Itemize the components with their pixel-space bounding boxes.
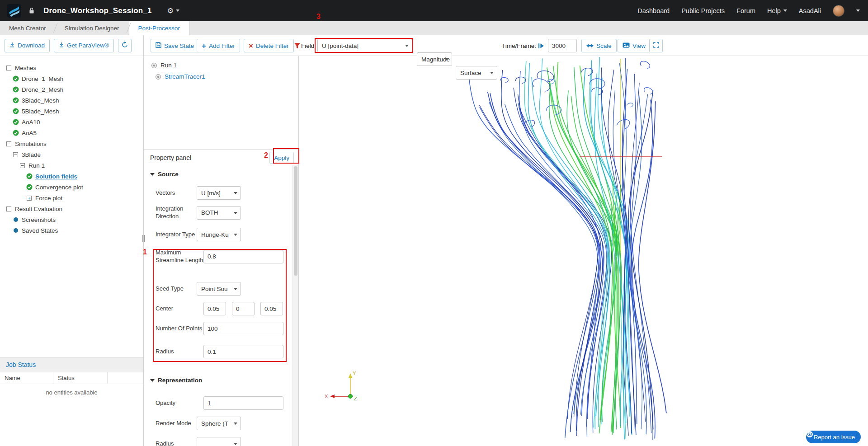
fit-corners-icon <box>653 42 659 49</box>
tree-item-label: Drone_1_Mesh <box>22 75 63 82</box>
clear-filters-icon[interactable] <box>294 39 301 52</box>
integration-direction-select[interactable]: BOTH <box>197 206 241 220</box>
expand-icon[interactable] <box>26 195 33 202</box>
tree-item-solution-fields[interactable]: Solution fields <box>0 171 143 182</box>
view-button[interactable]: View <box>618 39 651 52</box>
center-x-input[interactable] <box>203 302 226 315</box>
tree-item-saved-states[interactable]: Saved States <box>0 225 143 236</box>
tree-item-drone-2-mesh[interactable]: Drone_2_Mesh <box>0 84 143 95</box>
app-logo-icon[interactable] <box>7 4 21 18</box>
streamlines-render[interactable]: XYZ <box>299 56 868 446</box>
svg-text:Z: Z <box>354 396 357 401</box>
scrollbar-thumb[interactable] <box>294 166 297 276</box>
chevron-down-icon <box>234 423 237 425</box>
time-frame-input[interactable] <box>548 39 577 52</box>
row-integration-direction: Integration Direction BOTH <box>156 205 289 221</box>
delete-filter-button[interactable]: × Delete Filter <box>244 39 294 52</box>
tree-item-3blade-mesh[interactable]: 3Blade_Mesh <box>0 95 143 106</box>
tab-mesh-creator[interactable]: Mesh Creator <box>0 21 55 35</box>
save-state-button[interactable]: Save State <box>151 39 199 52</box>
tree-item-run-1[interactable]: Run 1 <box>0 160 143 171</box>
pipeline-item-run-1[interactable]: Run 1 <box>151 60 298 71</box>
collapse-icon[interactable] <box>12 151 19 158</box>
field-label: Field: <box>301 39 316 52</box>
field-select[interactable]: U [point-data] <box>317 39 412 52</box>
collapse-icon[interactable] <box>19 162 26 169</box>
tree-item-result-evaluation[interactable]: Result Evaluation <box>0 203 143 214</box>
chevron-down-icon <box>234 212 237 214</box>
opacity-input[interactable] <box>203 396 283 410</box>
tree-item-label: Saved States <box>22 227 58 234</box>
tree-item-aoa10[interactable]: AoA10 <box>0 117 143 127</box>
integrator-type-select[interactable]: Runge-Ku <box>197 228 241 241</box>
username[interactable]: AsadAli <box>799 7 821 14</box>
fit-view-button[interactable] <box>649 39 663 52</box>
vectors-select[interactable]: U [m/s] <box>197 186 241 200</box>
tab-simulation-designer[interactable]: Simulation Designer <box>56 21 128 35</box>
nav-help[interactable]: Help <box>767 7 787 14</box>
scale-button[interactable]: Scale <box>581 39 617 52</box>
collapse-icon[interactable] <box>5 141 12 147</box>
collapse-icon[interactable] <box>5 65 12 71</box>
tree-item-label: Force plot <box>35 195 62 202</box>
pipeline-item-streamtracer1[interactable]: StreamTracer1 <box>151 71 298 82</box>
add-filter-label: Add Filter <box>209 42 235 49</box>
refresh-icon <box>122 42 128 49</box>
visibility-icon[interactable] <box>151 62 157 69</box>
max-streamline-length-input[interactable] <box>203 250 283 263</box>
tree-item-label: Run 1 <box>28 162 45 169</box>
center-z-input[interactable] <box>260 302 283 315</box>
download-button[interactable]: Download <box>5 39 50 52</box>
collapse-triangle-icon <box>150 173 155 176</box>
component-select[interactable]: Magnitude <box>417 52 452 66</box>
number-of-points-input[interactable] <box>203 322 283 335</box>
chevron-down-icon <box>405 45 409 47</box>
tree-item-5blade-mesh[interactable]: 5Blade_Mesh <box>0 106 143 117</box>
dot-icon <box>12 216 19 223</box>
refresh-button[interactable] <box>118 39 132 52</box>
collapse-icon[interactable] <box>5 206 12 212</box>
project-settings-button[interactable]: ⚙ <box>167 6 179 15</box>
viewport-3d[interactable]: XYZ Report an issue <box>299 56 868 446</box>
tree-item-screenshots[interactable]: Screenshots <box>0 214 143 225</box>
seed-type-select[interactable]: Point Sou <box>197 282 241 296</box>
add-filter-button[interactable]: + Add Filter <box>197 39 240 52</box>
save-state-label: Save State <box>164 42 194 49</box>
panel-resize-handle[interactable] <box>142 235 146 242</box>
radius-representation-select[interactable] <box>197 437 241 446</box>
nav-public-projects[interactable]: Public Projects <box>681 7 725 14</box>
tab-post-processor[interactable]: Post-Processor <box>129 21 189 35</box>
play-frame-icon[interactable] <box>538 39 545 52</box>
report-issue-button[interactable]: Report an issue <box>806 431 861 443</box>
nav-dashboard[interactable]: Dashboard <box>637 7 670 14</box>
tree-item-force-plot[interactable]: Force plot <box>0 192 143 203</box>
radius-input[interactable] <box>203 345 283 358</box>
center-y-input[interactable] <box>232 302 255 315</box>
user-avatar[interactable] <box>833 5 844 17</box>
apply-button[interactable]: Apply <box>269 152 294 164</box>
chevron-down-icon <box>234 192 237 194</box>
tree-item-drone-1-mesh[interactable]: Drone_1_Mesh <box>0 73 143 84</box>
tree-item-3blade[interactable]: 3Blade <box>0 149 143 160</box>
property-panel-scrollbar <box>292 165 298 446</box>
get-paraview-button[interactable]: Get ParaView® <box>54 39 114 52</box>
render-mode-select[interactable]: Sphere (T <box>197 417 241 430</box>
user-menu-chevron-icon[interactable] <box>856 9 860 12</box>
integration-direction-value: BOTH <box>201 209 218 216</box>
section-source[interactable]: Source <box>150 171 179 178</box>
mesh-tree: MeshesDrone_1_MeshDrone_2_Mesh3Blade_Mes… <box>0 56 143 236</box>
surface-select[interactable]: Surface <box>456 66 497 80</box>
row-integrator-type: Integrator Type Runge-Ku <box>156 228 289 241</box>
field-select-value: U [point-data] <box>322 42 359 49</box>
row-seed-type: Seed Type Point Sou <box>156 282 289 296</box>
section-representation[interactable]: Representation <box>150 377 202 384</box>
topbar: Drone_Workshop_Session_1 ⚙ Dashboard Pub… <box>0 0 868 21</box>
tree-item-meshes[interactable]: Meshes <box>0 62 143 73</box>
tree-item-convergence-plot[interactable]: Convergence plot <box>0 182 143 192</box>
pipeline-tree: Run 1StreamTracer1 <box>144 56 298 149</box>
nav-forum[interactable]: Forum <box>736 7 755 14</box>
tree-item-aoa5[interactable]: AoA5 <box>0 127 143 138</box>
visibility-icon[interactable] <box>155 74 161 80</box>
tree-item-simulations[interactable]: Simulations <box>0 138 143 149</box>
download-icon <box>59 42 64 49</box>
